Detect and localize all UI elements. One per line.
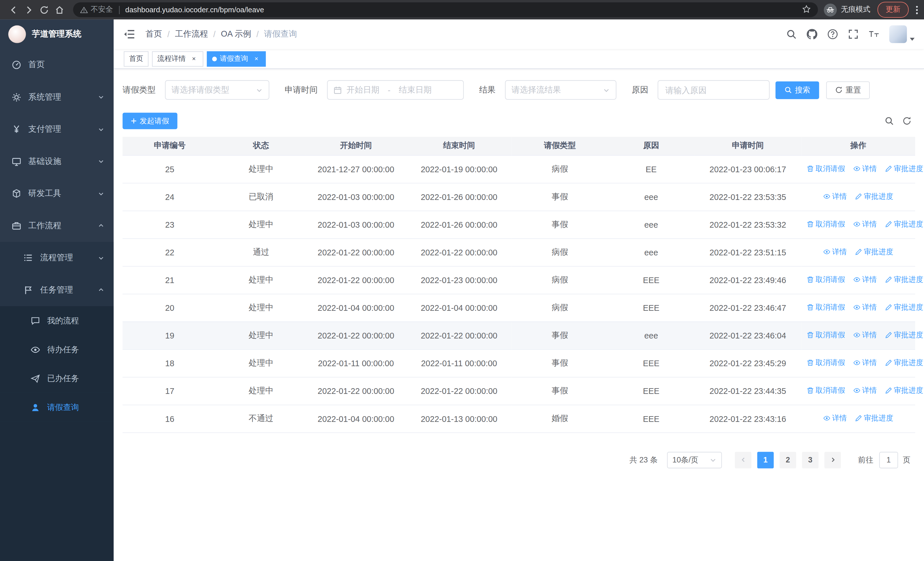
cell-actions: 取消请假 详情 审批进度 <box>801 377 915 405</box>
toggle-search-icon[interactable] <box>885 116 894 126</box>
result-select[interactable]: 请选择流结果 <box>505 80 616 100</box>
create-leave-button[interactable]: 发起请假 <box>123 113 177 129</box>
cancel-leave-link[interactable]: 取消请假 <box>807 164 845 174</box>
goto-page-input[interactable] <box>879 451 898 468</box>
table-row[interactable]: 20 处理中 2022-01-04 00:00:00 2022-01-04 00… <box>123 294 915 321</box>
help-icon[interactable] <box>827 29 838 39</box>
approval-progress-link[interactable]: 审批进度 <box>885 275 923 285</box>
view-tab[interactable]: 流程详情 × <box>152 51 204 66</box>
sidebar-item-todo-tasks[interactable]: 待办任务 <box>0 335 114 364</box>
url-bar[interactable]: 不安全 dashboard.yudao.iocoder.cn/bpm/oa/le… <box>73 2 818 17</box>
reason-input[interactable] <box>658 80 770 100</box>
back-icon[interactable] <box>6 2 21 17</box>
forward-icon[interactable] <box>21 2 36 17</box>
fullscreen-icon[interactable] <box>848 29 859 39</box>
table-row[interactable]: 25 处理中 2021-12-27 00:00:00 2022-01-19 00… <box>123 155 915 183</box>
security-warning[interactable]: 不安全 <box>80 5 113 15</box>
leave-type-select[interactable]: 请选择请假类型 <box>165 80 269 100</box>
next-page-button[interactable] <box>824 451 841 468</box>
detail-link[interactable]: 详情 <box>853 386 877 396</box>
cell-reason: eee <box>608 211 694 238</box>
approval-progress-link[interactable]: 审批进度 <box>885 164 923 174</box>
page-size-select[interactable]: 10条/页 <box>667 451 722 468</box>
sidebar-item-my-process[interactable]: 我的流程 <box>0 306 114 335</box>
table-row[interactable]: 17 处理中 2022-01-22 00:00:00 2022-01-22 00… <box>123 377 915 405</box>
table-row[interactable]: 18 处理中 2022-01-11 00:00:00 2022-01-11 00… <box>123 349 915 377</box>
approval-progress-link[interactable]: 审批进度 <box>885 302 923 313</box>
detail-link[interactable]: 详情 <box>853 302 877 313</box>
sidebar-item-leave-query[interactable]: 请假查询 <box>0 393 114 422</box>
refresh-table-icon[interactable] <box>902 116 912 126</box>
view-tab[interactable]: 请假查询 × <box>207 51 266 66</box>
update-button[interactable]: 更新 <box>878 2 909 18</box>
table-row[interactable]: 23 处理中 2022-01-03 00:00:00 2022-01-26 00… <box>123 211 915 238</box>
approval-progress-link[interactable]: 审批进度 <box>885 386 923 396</box>
detail-link[interactable]: 详情 <box>823 192 847 202</box>
cell-end-time: 2022-01-11 00:00:00 <box>406 349 512 377</box>
sidebar-item-task-mgmt[interactable]: 任务管理 <box>0 274 114 306</box>
approval-progress-link[interactable]: 审批进度 <box>885 358 923 368</box>
browser-menu-icon[interactable] <box>916 5 918 15</box>
tab-close-icon[interactable]: × <box>190 54 198 63</box>
table-row[interactable]: 24 已取消 2022-01-03 00:00:00 2022-01-26 00… <box>123 183 915 211</box>
detail-link[interactable]: 详情 <box>853 275 877 285</box>
approval-progress-link[interactable]: 审批进度 <box>855 192 893 202</box>
sidebar-item-label: 工作流程 <box>28 221 62 231</box>
hamburger-icon[interactable] <box>123 28 135 40</box>
sidebar-item-home[interactable]: 首页 <box>0 49 114 81</box>
detail-link[interactable]: 详情 <box>853 220 877 229</box>
approval-progress-link[interactable]: 审批进度 <box>885 330 923 340</box>
reload-icon[interactable] <box>36 2 52 17</box>
breadcrumb-item[interactable]: 首页 <box>146 29 162 39</box>
sidebar-item-payment[interactable]: 支付管理 <box>0 113 114 145</box>
sidebar-item-system[interactable]: 系统管理 <box>0 81 114 113</box>
page-button[interactable]: 3 <box>802 451 819 468</box>
user-menu[interactable] <box>889 26 915 43</box>
detail-link[interactable]: 详情 <box>853 330 877 340</box>
breadcrumb-item[interactable]: 工作流程 <box>175 29 208 39</box>
search-button[interactable]: 搜索 <box>776 81 819 99</box>
sidebar-item-devtools[interactable]: 研发工具 <box>0 177 114 210</box>
github-icon[interactable] <box>807 29 817 39</box>
avatar[interactable] <box>889 26 907 43</box>
approval-progress-link[interactable]: 审批进度 <box>885 220 923 229</box>
chat-icon <box>30 316 40 325</box>
approval-progress-link[interactable]: 审批进度 <box>855 413 893 423</box>
start-date-placeholder: 开始日期 <box>346 84 380 95</box>
breadcrumb-item[interactable]: OA 示例 <box>221 29 251 39</box>
url-text[interactable]: dashboard.yudao.iocoder.cn/bpm/oa/leave <box>125 6 264 14</box>
cell-status: 处理中 <box>217 211 305 238</box>
page-button[interactable]: 2 <box>780 451 796 468</box>
detail-link[interactable]: 详情 <box>823 413 847 423</box>
detail-link[interactable]: 详情 <box>853 164 877 174</box>
home-icon[interactable] <box>52 2 68 17</box>
cancel-leave-link[interactable]: 取消请假 <box>807 275 845 285</box>
page-button[interactable]: 1 <box>758 451 774 468</box>
approval-progress-link[interactable]: 审批进度 <box>855 247 893 257</box>
table-row[interactable]: 22 通过 2022-01-22 00:00:00 2022-01-22 00:… <box>123 238 915 266</box>
cancel-leave-link[interactable]: 取消请假 <box>807 302 845 313</box>
detail-link[interactable]: 详情 <box>853 358 877 368</box>
table-row[interactable]: 16 不通过 2022-01-04 00:00:00 2022-01-13 00… <box>123 405 915 432</box>
table-row[interactable]: 21 处理中 2022-01-22 00:00:00 2022-01-23 00… <box>123 266 915 294</box>
table-row[interactable]: 19 处理中 2022-01-22 00:00:00 2022-01-22 00… <box>123 321 915 349</box>
sidebar-item-workflow[interactable]: 工作流程 <box>0 210 114 242</box>
search-icon[interactable] <box>786 29 797 39</box>
apply-time-range-picker[interactable]: 开始日期 - 结束日期 <box>327 80 464 100</box>
cancel-leave-link[interactable]: 取消请假 <box>807 358 845 368</box>
view-tab[interactable]: 首页 <box>124 51 148 66</box>
reset-button[interactable]: 重置 <box>826 81 870 99</box>
approval-progress-label: 审批进度 <box>864 247 893 257</box>
sidebar-item-infra[interactable]: 基础设施 <box>0 145 114 177</box>
sidebar-item-process-mgmt[interactable]: 流程管理 <box>0 242 114 274</box>
cancel-leave-link[interactable]: 取消请假 <box>807 220 845 229</box>
detail-link[interactable]: 详情 <box>823 247 847 257</box>
font-size-icon[interactable] <box>868 29 879 39</box>
cancel-leave-link[interactable]: 取消请假 <box>807 386 845 396</box>
app-logo[interactable]: 芋道管理系统 <box>0 20 114 49</box>
tab-close-icon[interactable]: × <box>252 54 261 63</box>
sidebar-item-done-tasks[interactable]: 已办任务 <box>0 364 114 393</box>
cancel-leave-link[interactable]: 取消请假 <box>807 330 845 340</box>
star-icon[interactable] <box>802 4 811 15</box>
prev-page-button[interactable] <box>735 451 752 468</box>
